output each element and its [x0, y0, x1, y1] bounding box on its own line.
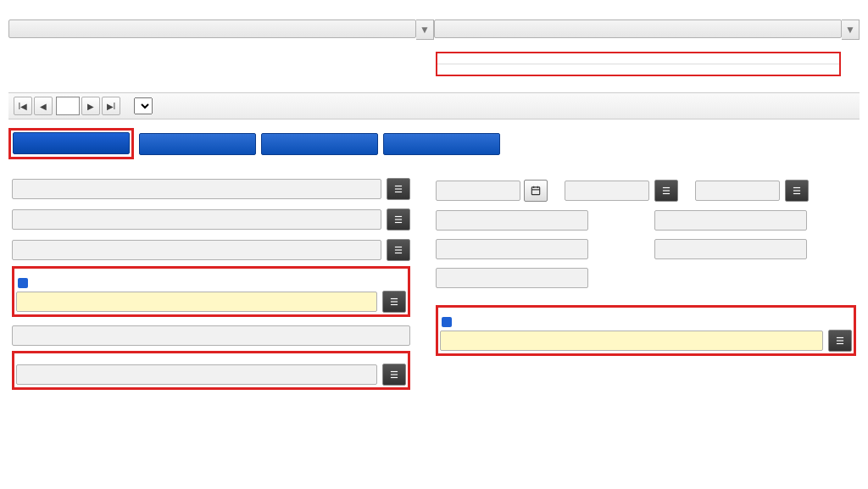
- header-forma-label: [8, 13, 434, 19]
- pravni-akt-picker-icon[interactable]: [387, 208, 410, 231]
- castka-unie-input[interactable]: [436, 239, 588, 259]
- castka-eur-input[interactable]: [654, 210, 807, 231]
- pager-last-icon[interactable]: ▶I: [102, 97, 120, 115]
- dropdown-item[interactable]: [437, 64, 839, 75]
- forma-filter-funnel-icon[interactable]: ▼: [416, 19, 434, 40]
- datum-input[interactable]: [436, 181, 520, 201]
- zruseni-picker-icon[interactable]: [387, 239, 410, 261]
- label-kategorie-gber: [442, 318, 852, 328]
- mena-input[interactable]: [695, 181, 780, 201]
- rezim-filter-funnel-icon[interactable]: ▼: [842, 19, 860, 40]
- dropdown-item-selected[interactable]: [437, 53, 839, 64]
- rezim-input[interactable]: [16, 292, 377, 312]
- rezim-filter-input[interactable]: [434, 19, 842, 38]
- kategorie-gber-picker-icon[interactable]: [828, 330, 852, 352]
- pager: I◀ ◀ ▶ ▶I: [8, 92, 860, 119]
- mena-picker-icon[interactable]: [785, 180, 809, 202]
- oblast-input[interactable]: [565, 181, 649, 201]
- svg-rect-15: [531, 187, 539, 195]
- castka-sr-input[interactable]: [654, 239, 807, 259]
- forma-podpory-input[interactable]: [12, 179, 381, 199]
- podkategorie-input[interactable]: [16, 364, 377, 385]
- rezim-dropdown: [436, 52, 841, 76]
- kategorie-gber-input[interactable]: [440, 331, 823, 351]
- pager-first-icon[interactable]: I◀: [14, 97, 32, 115]
- pager-prev-icon[interactable]: ◀: [34, 97, 53, 115]
- save-button[interactable]: [261, 133, 378, 155]
- perpage-select[interactable]: [134, 97, 153, 114]
- header-rezim-label: [434, 13, 860, 19]
- new-record-button[interactable]: [13, 132, 130, 154]
- label-rezim: [18, 279, 406, 289]
- zruseni-input[interactable]: [12, 240, 381, 260]
- pager-page-input[interactable]: [56, 97, 80, 115]
- pager-next-icon[interactable]: ▶: [81, 97, 100, 115]
- notifikace-input[interactable]: [12, 325, 410, 346]
- castka-ostatni-input[interactable]: [436, 268, 588, 288]
- forma-filter-input[interactable]: [8, 19, 416, 38]
- podkategorie-picker-icon[interactable]: [382, 364, 406, 386]
- castka-kc-input[interactable]: [436, 210, 588, 231]
- delete-record-button[interactable]: [139, 133, 256, 155]
- oblast-picker-icon[interactable]: [654, 180, 678, 202]
- forma-podpory-picker-icon[interactable]: [387, 178, 410, 200]
- rezim-picker-icon[interactable]: [382, 291, 406, 313]
- cancel-button[interactable]: [383, 133, 500, 155]
- pravni-akt-input[interactable]: [12, 209, 381, 230]
- calendar-icon[interactable]: [524, 180, 548, 202]
